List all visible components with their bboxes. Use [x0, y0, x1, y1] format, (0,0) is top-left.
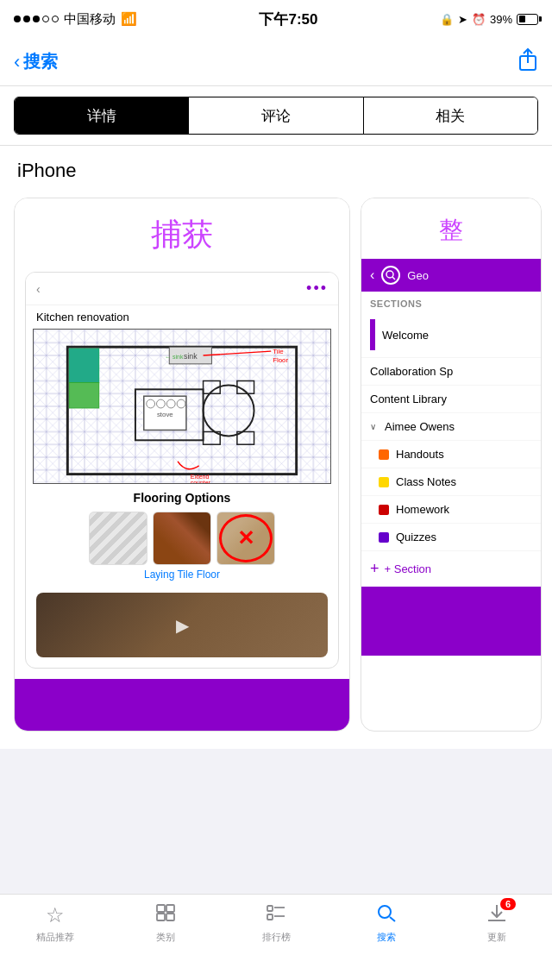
platform-label: iPhone [0, 146, 552, 189]
sections-list: Welcome Collaboration Sp Content Library… [361, 312, 541, 551]
dot3 [33, 16, 40, 22]
dot5 [52, 16, 59, 22]
flooring-title: Flooring Options [36, 491, 328, 505]
search-icon [376, 903, 397, 927]
svg-rect-35 [166, 914, 174, 920]
card1-header: 捕获 [15, 198, 349, 268]
tile-marble [89, 512, 147, 565]
phone-mockup: ‹ ••• Kitchen renovation [25, 272, 339, 669]
status-left: 中国移动 📶 [14, 11, 137, 28]
battery-fill [519, 16, 526, 22]
tab-update-label: 更新 [487, 931, 506, 944]
svg-text:Tile: Tile [273, 348, 284, 355]
tab-category-label: 类别 [156, 931, 175, 944]
mockup-topbar: ‹ ••• [26, 273, 338, 305]
signal-dots [14, 16, 59, 22]
list-item-aimee: ∨ Aimee Owens [361, 413, 541, 441]
dot4 [42, 16, 49, 22]
add-section-button[interactable]: + + Section [361, 551, 541, 587]
segmented-control: 详情 评论 相关 [14, 97, 538, 135]
flooring-section: Flooring Options Laying Tile Floor [26, 484, 338, 593]
share-icon [518, 47, 538, 72]
tab-search-label: 搜索 [377, 931, 396, 944]
screenshot-card-2: 整 ‹ Geo SECTIONS [361, 198, 542, 732]
svg-point-40 [379, 906, 391, 918]
dot1 [14, 16, 21, 22]
location-icon: ➤ [458, 13, 467, 26]
svg-text:counter: counter [191, 480, 211, 483]
back-label: 搜索 [23, 50, 58, 73]
svg-rect-32 [157, 905, 165, 912]
dot2 [23, 16, 30, 22]
list-item-content: Content Library [361, 386, 541, 413]
carrier-label: 中国移动 [64, 11, 116, 28]
dot-homework [379, 505, 389, 515]
svg-text:sink: sink [184, 352, 198, 361]
tab-details[interactable]: 详情 [15, 97, 189, 134]
wifi-icon: 📶 [121, 11, 137, 27]
list-item-collab: Collaboration Sp [361, 358, 541, 386]
link-text: Laying Tile Floor [36, 569, 328, 581]
list-icon [266, 903, 286, 927]
list-item-classnotes: Class Notes [361, 468, 541, 496]
nav-bar: ‹ 搜索 [0, 38, 552, 86]
tile-circle-highlight [219, 514, 273, 562]
tab-update[interactable]: 6 更新 [442, 903, 552, 944]
svg-rect-33 [166, 905, 174, 912]
flooring-tiles [36, 512, 328, 565]
tab-related[interactable]: 相关 [364, 97, 537, 134]
onenote-topbar: ‹ Geo [361, 259, 541, 292]
tab-search[interactable]: 搜索 [331, 903, 442, 944]
tab-update-badge-wrap: 6 [486, 903, 507, 927]
grid-icon [155, 903, 176, 927]
onenote-search-icon [381, 266, 400, 285]
screenshots-area: 捕获 ‹ ••• Kitchen renovation [0, 189, 552, 749]
status-time: 下午7:50 [259, 9, 317, 29]
lock-icon: 🔒 [440, 13, 454, 26]
svg-rect-18 [69, 382, 98, 407]
main-content: 详情 评论 相关 iPhone 捕获 ‹ ••• [0, 86, 552, 835]
welcome-bar [370, 319, 375, 350]
tile-wood [153, 512, 211, 565]
tab-reviews[interactable]: 评论 [189, 97, 363, 134]
svg-line-31 [392, 277, 395, 280]
svg-rect-17 [69, 349, 98, 382]
dot-classnotes [379, 477, 389, 487]
back-button[interactable]: ‹ 搜索 [14, 50, 58, 73]
status-bar: 中国移动 📶 下午7:50 🔒 ➤ ⏰ 39% [0, 0, 552, 38]
list-item-quizzes: Quizzes [361, 524, 541, 551]
alarm-icon: ⏰ [472, 13, 486, 26]
segmented-control-wrap: 详情 评论 相关 [0, 86, 552, 146]
svg-rect-38 [267, 914, 273, 920]
update-badge: 6 [500, 898, 516, 910]
svg-rect-36 [267, 906, 273, 911]
tab-featured[interactable]: ☆ 精品推荐 [0, 903, 110, 944]
battery-percent: 39% [490, 13, 512, 26]
svg-rect-34 [157, 914, 165, 920]
card2-purple-bg [361, 587, 541, 656]
tab-bar: ☆ 精品推荐 类别 排行榜 [0, 894, 552, 980]
mockup-title: Kitchen renovation [26, 305, 338, 329]
tab-featured-label: 精品推荐 [36, 931, 74, 944]
status-right: 🔒 ➤ ⏰ 39% [440, 13, 538, 26]
svg-text:← sink: ← sink [165, 354, 184, 360]
svg-text:Extend: Extend [191, 474, 210, 480]
mockup-back-icon: ‹ [36, 282, 41, 296]
screenshot-card-1: 捕获 ‹ ••• Kitchen renovation [14, 198, 350, 732]
onenote-back-icon: ‹ [370, 267, 374, 283]
add-plus-icon: + [370, 560, 380, 578]
card1-content: ‹ ••• Kitchen renovation [15, 272, 349, 669]
list-item-handouts: Handouts [361, 441, 541, 468]
tab-ranking[interactable]: 排行榜 [221, 903, 331, 944]
onenote-mockup: ‹ Geo SECTIONS Welcome [361, 259, 541, 587]
onenote-geo-text: Geo [407, 269, 429, 282]
list-item-welcome: Welcome [361, 312, 541, 358]
svg-line-41 [390, 917, 395, 921]
share-button[interactable] [518, 47, 538, 77]
svg-point-30 [386, 271, 393, 278]
photo-strip [36, 593, 328, 657]
star-icon: ☆ [46, 903, 65, 927]
list-item-homework: Homework [361, 496, 541, 524]
svg-text:stove: stove [157, 411, 173, 418]
tab-category[interactable]: 类别 [110, 903, 221, 944]
